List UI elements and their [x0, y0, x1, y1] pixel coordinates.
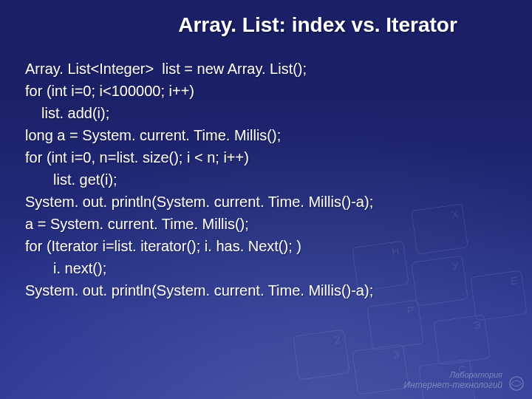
footer-branding: Лаборатория Интернет-технологий	[403, 369, 502, 392]
code-line: a = System. current. Time. Millis();	[25, 213, 507, 235]
code-line: for (Iterator i=list. iterator(); i. has…	[25, 235, 507, 257]
logo-icon	[508, 375, 525, 392]
footer-line1: Лаборатория	[403, 369, 502, 380]
code-line: System. out. println(System. current. Ti…	[25, 279, 507, 301]
code-line: System. out. println(System. current. Ti…	[25, 191, 507, 213]
code-line: long a = System. current. Time. Millis()…	[25, 124, 507, 146]
code-line: list. get(i);	[25, 168, 507, 191]
code-line: Array. List<Integer> list = new Array. L…	[25, 58, 507, 80]
code-line: for (int i=0, n=list. size(); i < n; i++…	[25, 146, 507, 168]
footer-line2: Интернет-технологий	[403, 380, 502, 392]
code-line: for (int i=0; i<100000; i++)	[25, 80, 507, 102]
code-block: Array. List<Integer> list = new Array. L…	[25, 58, 507, 301]
code-line: i. next();	[25, 257, 507, 279]
svg-point-0	[510, 377, 523, 390]
slide: Х Н У Е Р Э 2 3 С Array. List: index vs.…	[0, 0, 532, 399]
slide-title: Array. List: index vs. Iterator	[0, 13, 532, 37]
code-line: list. add(i);	[25, 102, 507, 124]
